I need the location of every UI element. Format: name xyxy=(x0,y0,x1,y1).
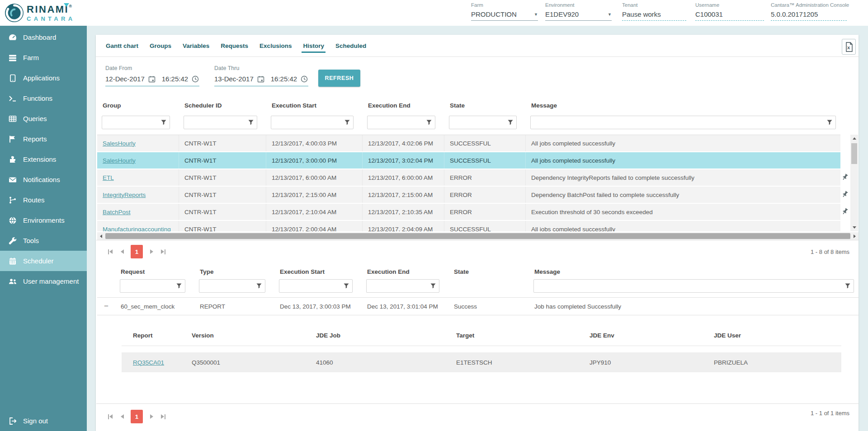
sidebar-item-environments[interactable]: Environments xyxy=(0,210,87,230)
column-header-group[interactable]: Group xyxy=(97,99,179,112)
request-detail-row[interactable]: RQ35CA01 Q3500001 41060 E1TESTSCH JPY910… xyxy=(122,352,841,372)
calendar-icon[interactable] xyxy=(148,75,156,83)
pushpin-icon[interactable] xyxy=(841,173,850,182)
current-page-button[interactable]: 1 xyxy=(131,410,143,423)
tab-variables[interactable]: Variables xyxy=(182,40,210,52)
previous-page-button[interactable] xyxy=(116,245,128,258)
request-row[interactable]: − 60_sec_mem_clock REPORT Dec 13, 2017, … xyxy=(97,297,859,315)
cell-execution-end: 12/13/2017, 2:04:09 AM xyxy=(363,221,444,231)
horizontal-scrollbar[interactable] xyxy=(97,232,859,240)
group-link[interactable]: Manufacturingaccounting xyxy=(103,226,171,232)
first-page-button[interactable] xyxy=(104,410,116,423)
message-filter-input[interactable] xyxy=(530,116,836,129)
sidebar-item-dashboard[interactable]: Dashboard xyxy=(0,27,87,47)
column-header-scheduler-id[interactable]: Scheduler ID xyxy=(179,99,266,112)
history-row[interactable]: ETL CNTR-W1T 12/13/2017, 6:00:00 AM 12/1… xyxy=(97,169,840,187)
sidebar-item-sign-out[interactable]: Sign out xyxy=(0,411,87,431)
sidebar-item-reports[interactable]: Reports xyxy=(0,129,87,149)
console-version-value: 5.0.0.20171205 xyxy=(771,10,847,21)
last-page-button[interactable] xyxy=(157,245,169,258)
next-page-button[interactable] xyxy=(146,410,157,423)
scroll-left-icon[interactable] xyxy=(97,232,105,240)
environment-select[interactable]: E1DEV920 ▼ xyxy=(545,10,612,21)
column-header-state[interactable]: State xyxy=(444,99,526,112)
sidebar-item-tools[interactable]: Tools xyxy=(0,230,87,251)
tab-groups[interactable]: Groups xyxy=(149,40,172,52)
refresh-button[interactable]: REFRESH xyxy=(318,70,360,87)
execution-start-filter-input[interactable] xyxy=(279,279,353,293)
collapse-row-icon[interactable]: − xyxy=(97,298,115,315)
last-page-button[interactable] xyxy=(157,410,169,423)
group-link[interactable]: BatchPost xyxy=(103,209,131,216)
calendar-icon[interactable] xyxy=(257,75,264,83)
history-row[interactable]: IntegrityReports CNTR-W1T 12/13/2017, 2:… xyxy=(97,187,840,204)
sidebar-item-queries[interactable]: Queries xyxy=(0,108,87,129)
date-thru-time-value[interactable]: 16:25:42 xyxy=(271,75,297,83)
sidebar-item-user-management[interactable]: User management xyxy=(0,271,87,291)
column-header-request[interactable]: Request xyxy=(115,266,194,278)
execution-end-filter-input[interactable] xyxy=(367,116,435,129)
terminal-icon xyxy=(8,94,17,103)
column-header-execution-end[interactable]: Execution End xyxy=(363,99,444,112)
sidebar-item-functions[interactable]: Functions xyxy=(0,88,87,108)
execution-end-filter-input[interactable] xyxy=(366,279,439,293)
vertical-scrollbar[interactable] xyxy=(850,135,858,231)
scroll-down-icon[interactable] xyxy=(850,224,858,231)
first-page-button[interactable] xyxy=(104,245,116,258)
username-value: C100031 xyxy=(695,10,764,21)
column-header-execution-start[interactable]: Execution Start xyxy=(266,99,363,112)
pushpin-icon[interactable] xyxy=(841,190,850,199)
farm-select[interactable]: PRODUCTION ▼ xyxy=(471,10,538,21)
history-row[interactable]: SalesHourly CNTR-W1T 12/13/2017, 4:00:03… xyxy=(97,135,840,152)
date-from-date-value[interactable]: 12-Dec-2017 xyxy=(105,75,145,83)
column-header-message[interactable]: Message xyxy=(529,266,859,278)
scheduler-id-filter-input[interactable] xyxy=(184,116,257,129)
group-link[interactable]: IntegrityReports xyxy=(103,192,146,198)
sidebar-item-applications[interactable]: Applications xyxy=(0,68,87,88)
tab-history[interactable]: History xyxy=(302,40,325,52)
pager-summary: 1 - 1 of 1 items xyxy=(811,410,859,417)
history-row[interactable]: BatchPost CNTR-W1T 12/13/2017, 2:10:04 A… xyxy=(97,204,840,221)
scroll-up-icon[interactable] xyxy=(850,135,858,142)
sidebar-item-extensions[interactable]: Extensions xyxy=(0,149,87,169)
previous-page-button[interactable] xyxy=(116,410,128,423)
pushpin-icon[interactable] xyxy=(841,207,850,216)
date-thru-input[interactable]: 13-Dec-2017 16:25:42 xyxy=(214,75,308,86)
column-header-message[interactable]: Message xyxy=(526,99,840,112)
group-link[interactable]: SalesHourly xyxy=(103,157,136,164)
column-header-type[interactable]: Type xyxy=(194,266,274,278)
vertical-scrollbar-thumb[interactable] xyxy=(851,143,857,164)
tab-requests[interactable]: Requests xyxy=(220,40,249,52)
date-thru-date-value[interactable]: 13-Dec-2017 xyxy=(214,75,254,83)
next-page-button[interactable] xyxy=(146,245,157,258)
column-header-execution-start[interactable]: Execution Start xyxy=(274,266,362,278)
sidebar-item-notifications[interactable]: Notifications xyxy=(0,169,87,190)
group-link[interactable]: ETL xyxy=(103,174,114,181)
date-from-time-value[interactable]: 16:25:42 xyxy=(162,75,188,83)
type-filter-input[interactable] xyxy=(199,279,265,293)
scroll-right-icon[interactable] xyxy=(851,232,859,240)
report-link[interactable]: RQ35CA01 xyxy=(133,359,164,366)
history-row-selected[interactable]: SalesHourly CNTR-W1T 12/13/2017, 3:00:00… xyxy=(97,152,840,169)
column-header-execution-end[interactable]: Execution End xyxy=(362,266,448,278)
sidebar-item-routes[interactable]: Routes xyxy=(0,190,87,210)
group-filter-input[interactable] xyxy=(102,116,170,129)
group-link[interactable]: SalesHourly xyxy=(103,140,136,147)
date-from-input[interactable]: 12-Dec-2017 16:25:42 xyxy=(105,75,199,86)
tab-gantt-chart[interactable]: Gantt chart xyxy=(105,40,139,52)
horizontal-scrollbar-thumb[interactable] xyxy=(105,233,850,239)
sidebar-item-farm[interactable]: Farm xyxy=(0,47,87,68)
request-filter-input[interactable] xyxy=(120,279,185,293)
state-filter-input[interactable] xyxy=(449,116,517,129)
clock-icon[interactable] xyxy=(301,75,308,83)
clock-icon[interactable] xyxy=(192,75,199,83)
export-excel-button[interactable]: X xyxy=(842,39,856,55)
sidebar-item-scheduler[interactable]: Scheduler xyxy=(0,251,87,271)
tab-scheduled[interactable]: Scheduled xyxy=(335,40,367,52)
execution-start-filter-input[interactable] xyxy=(271,116,354,129)
tab-exclusions[interactable]: Exclusions xyxy=(259,40,292,52)
message-filter-input[interactable] xyxy=(533,279,854,293)
history-row-clipped[interactable]: Manufacturingaccounting CNTR-W1T 12/13/2… xyxy=(97,221,840,231)
column-header-state[interactable]: State xyxy=(448,266,529,278)
current-page-button[interactable]: 1 xyxy=(131,245,143,258)
